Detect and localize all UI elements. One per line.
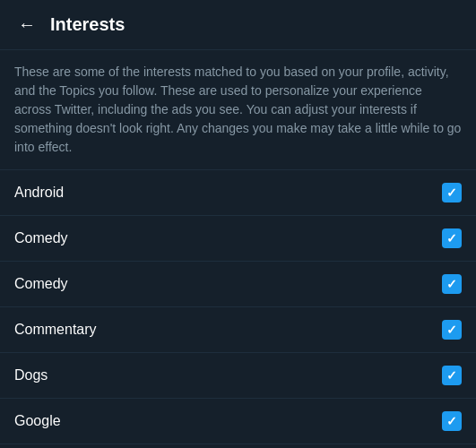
interest-checkbox-comedy2[interactable] bbox=[442, 274, 462, 294]
interest-item-microsoft: Microsoft bbox=[0, 444, 476, 448]
interest-item-comedy2: Comedy bbox=[0, 262, 476, 307]
interest-label: Commentary bbox=[14, 322, 97, 338]
interest-checkbox-comedy1[interactable] bbox=[442, 228, 462, 248]
back-button[interactable]: ← bbox=[14, 11, 39, 39]
description-text: These are some of the interests matched … bbox=[0, 50, 476, 170]
interest-item-comedy1: Comedy bbox=[0, 216, 476, 262]
interest-label: Comedy bbox=[14, 230, 68, 246]
interest-checkbox-google[interactable] bbox=[442, 411, 462, 431]
interest-label: Google bbox=[14, 413, 61, 429]
interest-checkbox-android[interactable] bbox=[442, 183, 462, 202]
interest-item-google: Google bbox=[0, 399, 476, 444]
interest-item-dogs: Dogs bbox=[0, 353, 476, 399]
interest-checkbox-dogs[interactable] bbox=[442, 366, 462, 385]
page-title: Interests bbox=[50, 14, 125, 35]
header: ← Interests bbox=[0, 0, 476, 50]
interest-label: Android bbox=[14, 185, 64, 201]
interest-checkbox-commentary[interactable] bbox=[442, 320, 462, 340]
interest-list: AndroidComedyComedyCommentaryDogsGoogleM… bbox=[0, 170, 476, 448]
interest-item-android: Android bbox=[0, 170, 476, 216]
interest-label: Dogs bbox=[14, 367, 48, 383]
interest-item-commentary: Commentary bbox=[0, 307, 476, 353]
interest-label: Comedy bbox=[14, 276, 68, 292]
